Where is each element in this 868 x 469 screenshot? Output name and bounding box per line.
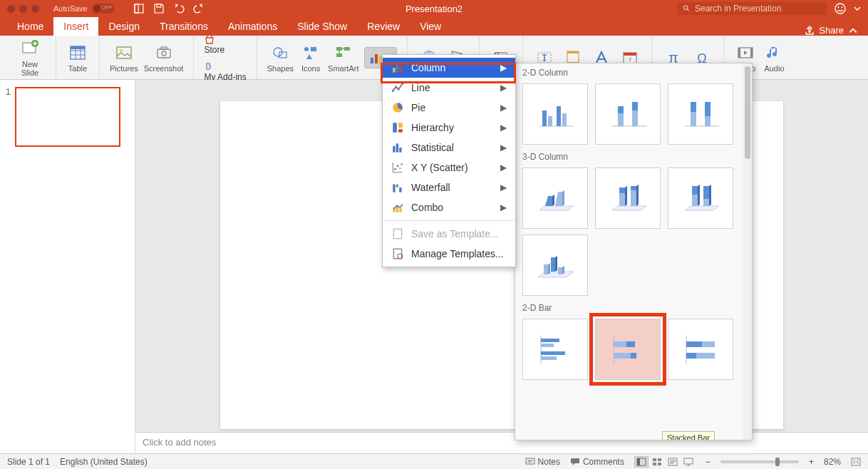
screenshot-icon: [154, 43, 174, 63]
tab-slideshow[interactable]: Slide Show: [287, 17, 357, 36]
zoom-slider[interactable]: [720, 460, 799, 463]
reading-view-button[interactable]: [666, 456, 680, 468]
redo-icon[interactable]: [193, 3, 205, 14]
undo-icon[interactable]: [173, 3, 185, 14]
menu-item-combo[interactable]: Combo ▶: [383, 197, 515, 217]
menu-item-waterfall[interactable]: Waterfall ▶: [383, 177, 515, 197]
icons-icon: [301, 43, 321, 63]
window-controls: [0, 5, 39, 13]
submenu-arrow-icon: ▶: [500, 103, 507, 113]
menu-item-pie[interactable]: Pie ▶: [383, 98, 515, 118]
tab-insert[interactable]: Insert: [53, 17, 98, 36]
line-chart-icon: [391, 81, 404, 94]
tab-view[interactable]: View: [410, 17, 451, 36]
menu-item-statistical[interactable]: Statistical ▶: [383, 138, 515, 158]
svg-rect-91: [686, 353, 696, 359]
menu-item-line[interactable]: Line ▶: [383, 78, 515, 98]
table-label: Table: [68, 64, 87, 73]
menu-item-hierarchy[interactable]: Hierarchy ▶: [383, 118, 515, 138]
save-icon[interactable]: [153, 3, 165, 14]
slide-thumbnail-pane[interactable]: 1: [0, 80, 135, 453]
feedback-icon[interactable]: [834, 2, 847, 15]
autosave-toggle[interactable]: [92, 4, 115, 14]
submenu-arrow-icon: ▶: [500, 163, 507, 172]
tab-home[interactable]: Home: [7, 17, 53, 36]
pictures-icon: [114, 43, 134, 63]
tab-design[interactable]: Design: [98, 17, 150, 36]
shapes-button[interactable]: Shapes: [264, 41, 296, 74]
svg-rect-68: [542, 110, 547, 126]
title-chevron-down-icon[interactable]: [854, 5, 861, 12]
svg-point-45: [395, 86, 397, 88]
comments-toggle[interactable]: Comments: [570, 457, 624, 467]
tab-animations[interactable]: Animations: [218, 17, 287, 36]
svg-point-14: [162, 51, 166, 56]
gallery-scrollbar[interactable]: [743, 63, 752, 440]
search-icon: [683, 4, 691, 13]
smartart-button[interactable]: SmartArt: [325, 41, 361, 74]
new-slide-button[interactable]: New Slide: [11, 37, 48, 78]
slide-thumbnail[interactable]: [15, 87, 120, 147]
fit-to-window-button[interactable]: [851, 458, 861, 466]
notes-pane[interactable]: Click to add notes: [135, 432, 868, 453]
search-box[interactable]: [677, 2, 827, 15]
chart-gallery: 2-D Column 3-D Column 2-D Bar Stacked Ba…: [515, 63, 753, 440]
svg-point-12: [120, 49, 123, 52]
chart-tile-3d-stacked-column[interactable]: [595, 168, 661, 229]
chart-tile-3d-column[interactable]: [522, 234, 588, 296]
combo-chart-icon: [391, 201, 404, 214]
language-indicator[interactable]: English (United States): [60, 457, 148, 467]
sorter-view-button[interactable]: [650, 456, 664, 468]
menu-item-scatter[interactable]: X Y (Scatter) ▶: [383, 158, 515, 177]
chart-tile-clustered-bar[interactable]: [522, 319, 588, 380]
svg-rect-2: [157, 4, 161, 7]
chart-tile-stacked-column[interactable]: [595, 83, 661, 145]
slide-counter[interactable]: Slide 1 of 1: [7, 457, 50, 467]
pictures-button[interactable]: Pictures: [107, 41, 141, 74]
chart-tile-100-stacked-column[interactable]: [668, 83, 733, 145]
svg-rect-85: [626, 341, 635, 347]
zoom-in-button[interactable]: +: [809, 457, 814, 467]
zoom-window-button[interactable]: [31, 5, 39, 13]
gallery-section-2d-bar: 2-D Bar: [515, 299, 743, 316]
svg-rect-24: [375, 54, 378, 63]
svg-rect-84: [614, 341, 626, 347]
minimize-window-button[interactable]: [19, 5, 27, 13]
notes-label: Notes: [538, 457, 560, 467]
normal-view-button[interactable]: [634, 456, 649, 468]
search-input[interactable]: [695, 4, 821, 14]
chart-tile-stacked-bar[interactable]: [595, 319, 661, 380]
chart-tile-3d-clustered-column[interactable]: [522, 168, 588, 229]
autosave-control[interactable]: AutoSave: [53, 4, 115, 14]
audio-button[interactable]: Audio: [760, 41, 788, 74]
svg-rect-71: [562, 113, 567, 126]
slideshow-view-button[interactable]: [681, 456, 696, 468]
menu-item-save-template: Save as Template...: [383, 224, 515, 244]
zoom-percentage[interactable]: 82%: [824, 457, 841, 467]
chart-tile-3d-100-stacked-column[interactable]: [668, 168, 733, 229]
svg-rect-11: [117, 47, 131, 58]
chart-tile-clustered-column[interactable]: [522, 83, 588, 145]
icons-button[interactable]: Icons: [296, 41, 325, 74]
pictures-label: Pictures: [110, 64, 138, 73]
chart-tile-100-stacked-bar[interactable]: [668, 319, 733, 380]
svg-rect-34: [624, 53, 636, 56]
menu-item-column[interactable]: Column ▶: [383, 58, 515, 78]
menu-item-manage-templates[interactable]: Manage Templates...: [383, 244, 515, 264]
zoom-out-button[interactable]: −: [706, 457, 711, 467]
svg-point-6: [842, 6, 843, 8]
submenu-arrow-icon: ▶: [500, 83, 507, 93]
screenshot-button[interactable]: Screenshot: [141, 41, 187, 74]
collapse-ribbon-icon[interactable]: [848, 26, 858, 36]
svg-rect-20: [336, 47, 342, 51]
tab-transitions[interactable]: Transitions: [150, 17, 218, 36]
menu-label: X Y (Scatter): [411, 162, 468, 173]
close-window-button[interactable]: [7, 5, 15, 13]
share-icon: [805, 26, 815, 36]
svg-rect-39: [738, 48, 740, 58]
share-button[interactable]: Share: [819, 25, 844, 36]
qat-home-icon[interactable]: [133, 3, 145, 14]
table-button[interactable]: Table: [63, 41, 92, 74]
notes-toggle[interactable]: Notes: [525, 457, 560, 467]
tab-review[interactable]: Review: [357, 17, 410, 36]
